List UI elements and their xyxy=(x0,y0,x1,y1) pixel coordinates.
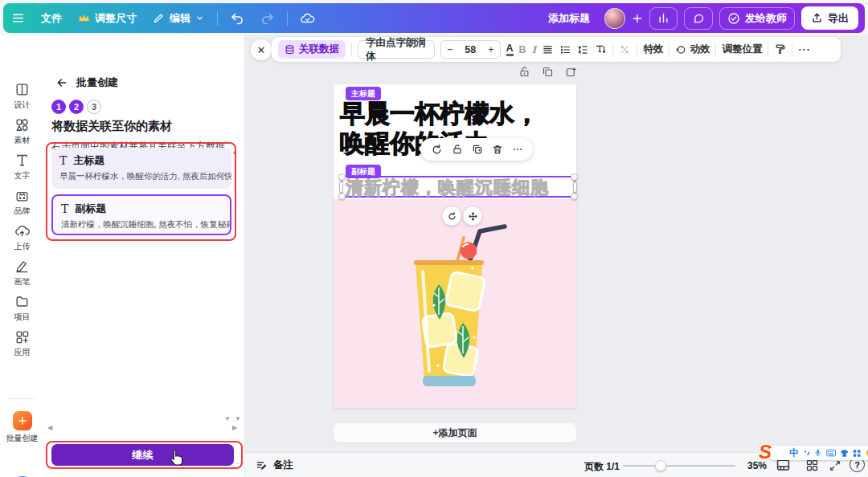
grid-view-icon[interactable] xyxy=(776,459,791,472)
toolbar-divider xyxy=(612,43,613,56)
back-arrow-icon[interactable] xyxy=(55,76,68,89)
edit-menu-button[interactable]: 编辑 xyxy=(145,7,212,30)
selection-handle-se[interactable] xyxy=(571,193,578,200)
step-3[interactable]: 3 xyxy=(87,100,101,114)
selection-handle-w[interactable] xyxy=(339,181,343,193)
step-1[interactable]: 1 xyxy=(51,100,66,114)
sidebar-item-uploads[interactable]: 上传 xyxy=(0,223,44,252)
field-card-subtitle[interactable]: T副标题 清新柠檬，唤醒沉睡细胞, 熬夜不怕，恢复秘籍... xyxy=(51,194,231,235)
add-page-icon[interactable] xyxy=(565,66,577,78)
fullscreen-icon[interactable] xyxy=(829,460,841,471)
position-button[interactable]: 调整位置 xyxy=(722,43,762,56)
sidebar-item-batch-create[interactable]: 批量创建 xyxy=(0,411,44,444)
file-menu-button[interactable]: 文件 xyxy=(33,7,70,30)
insights-button[interactable] xyxy=(649,7,678,30)
lemonade-illustration[interactable] xyxy=(402,217,522,389)
sidebar-item-text[interactable]: 文字 xyxy=(0,153,44,181)
sidebar-item-draw[interactable]: 画笔 xyxy=(0,259,44,287)
font-family-selector[interactable]: 字由点字朗润体 xyxy=(358,40,435,59)
text-align-icon[interactable] xyxy=(542,44,554,55)
trash-icon[interactable] xyxy=(492,144,503,155)
topbar-divider xyxy=(217,11,218,26)
selection-handle-ne[interactable] xyxy=(571,173,578,181)
ime-toolbox-icon[interactable] xyxy=(853,449,861,458)
pages-grid-icon[interactable] xyxy=(805,459,819,472)
animate-button[interactable]: 动效 xyxy=(675,43,710,56)
font-size-increase[interactable]: + xyxy=(482,44,499,55)
link-data-button[interactable]: 关联数据 xyxy=(278,40,346,59)
lock-icon[interactable] xyxy=(518,66,530,78)
text-color-button[interactable]: A xyxy=(506,43,514,56)
crown-icon xyxy=(78,13,90,23)
close-toolbar-button[interactable]: ✕ xyxy=(251,39,272,60)
ime-punctuation-icon[interactable] xyxy=(803,449,810,457)
field-card-main-title[interactable]: T主标题 早晨一杯柠檬水，唤醒你的活力, 熬夜后如何快... xyxy=(51,148,231,189)
avatar[interactable] xyxy=(604,8,625,29)
line-spacing-icon[interactable] xyxy=(577,44,589,55)
selection-handle-nw[interactable] xyxy=(338,173,346,181)
sidebar-item-brand[interactable]: 品牌 xyxy=(0,188,44,217)
comments-button[interactable] xyxy=(684,7,713,30)
scroll-down-arrow[interactable]: ▼ xyxy=(235,416,241,422)
sidebar-item-label: 画笔 xyxy=(14,276,31,287)
more-icon[interactable] xyxy=(512,144,523,155)
redo-button[interactable] xyxy=(252,7,282,30)
transparency-icon[interactable] xyxy=(619,44,631,55)
ime-language-toggle[interactable]: 中 xyxy=(789,446,799,460)
continue-button[interactable]: 继续 xyxy=(51,444,234,466)
move-element-button[interactable] xyxy=(464,207,482,226)
notes-icon xyxy=(256,459,268,471)
undo-button[interactable] xyxy=(223,7,252,30)
scroll-left-arrow[interactable]: ◀ xyxy=(47,425,52,431)
zoom-slider-handle[interactable] xyxy=(655,460,666,471)
sidebar-item-projects[interactable]: 项目 xyxy=(0,294,44,323)
selection-handle-sw[interactable] xyxy=(338,193,346,200)
send-to-teacher-button[interactable]: 发给教师 xyxy=(719,7,795,30)
scroll-down-arrow[interactable]: ▼ xyxy=(224,416,231,422)
ime-keyboard-icon[interactable] xyxy=(826,449,836,457)
add-title-button[interactable]: 添加标题 xyxy=(540,7,598,30)
element-context-toolbar xyxy=(420,138,533,161)
sidebar-item-apps[interactable]: 应用 xyxy=(0,329,44,358)
subtitle-selection-box[interactable]: 清新柠檬，唤醒沉睡细胞 xyxy=(341,176,575,198)
font-size-decrease[interactable]: − xyxy=(441,44,458,55)
scroll-up-arrow[interactable]: ▲ xyxy=(231,149,238,156)
italic-button[interactable]: I xyxy=(532,43,537,55)
selection-handle-e[interactable] xyxy=(573,181,577,193)
format-painter-icon[interactable] xyxy=(774,43,786,55)
sogou-logo[interactable]: S xyxy=(759,441,772,463)
cloud-save-status-button[interactable] xyxy=(293,7,323,30)
effects-button[interactable]: 特效 xyxy=(643,43,663,56)
sidebar-item-label: 文字 xyxy=(14,170,31,181)
main-title-tag[interactable]: 主标题 xyxy=(346,87,381,100)
rotate-element-button[interactable] xyxy=(443,207,461,226)
vertical-text-icon[interactable] xyxy=(595,44,607,55)
more-options-button[interactable]: ··· xyxy=(798,44,811,55)
list-icon[interactable] xyxy=(559,44,571,55)
export-button[interactable]: 导出 xyxy=(801,6,858,30)
add-page-button[interactable]: +添加页面 xyxy=(334,423,576,442)
zoom-slider-track[interactable] xyxy=(623,465,735,467)
sidebar-item-elements[interactable]: 素材 xyxy=(0,117,44,146)
scroll-right-arrow[interactable]: ▶ xyxy=(232,425,237,431)
animate-icon xyxy=(675,44,686,55)
bold-button[interactable]: B xyxy=(519,44,526,55)
ime-skin-icon[interactable] xyxy=(840,449,849,458)
duplicate-page-icon[interactable] xyxy=(542,66,554,78)
subtitle-tag[interactable]: 副标题 xyxy=(346,165,381,178)
animate-label: 动效 xyxy=(690,43,710,56)
pen-icon xyxy=(14,259,30,274)
ime-mic-icon[interactable] xyxy=(814,448,821,458)
invite-plus-icon[interactable] xyxy=(632,13,643,24)
unlock-icon[interactable] xyxy=(452,144,463,155)
main-menu-button[interactable] xyxy=(3,7,33,30)
resize-button[interactable]: 调整尺寸 xyxy=(70,7,145,30)
notes-button[interactable]: 备注 xyxy=(256,459,293,472)
font-size-value[interactable]: 58 xyxy=(458,44,482,55)
design-page[interactable]: 主标题 早晨一杯柠檬水， 唤醒你的活力 副标题 清新柠檬，唤醒沉睡细胞 xyxy=(334,84,576,408)
font-size-stepper[interactable]: − 58 + xyxy=(440,40,501,59)
rotate-icon[interactable] xyxy=(431,144,443,156)
duplicate-icon[interactable] xyxy=(472,144,483,155)
step-2[interactable]: 2 xyxy=(69,100,84,114)
sidebar-item-design[interactable]: 设计 xyxy=(0,82,44,111)
